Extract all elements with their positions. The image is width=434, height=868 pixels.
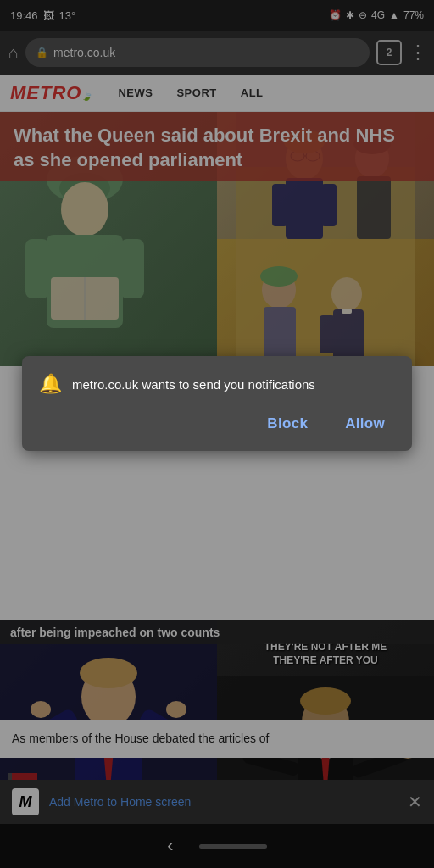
allow-button[interactable]: Allow xyxy=(335,410,395,437)
dialog-header: 🔔 metro.co.uk wants to send you notifica… xyxy=(39,373,395,395)
block-button[interactable]: Block xyxy=(257,410,318,437)
dialog-buttons: Block Allow xyxy=(39,410,395,437)
notification-dialog-overlay: 🔔 metro.co.uk wants to send you notifica… xyxy=(0,0,434,868)
dialog-message-text: metro.co.uk wants to send you notificati… xyxy=(72,377,395,392)
notification-dialog: 🔔 metro.co.uk wants to send you notifica… xyxy=(22,356,412,451)
bell-icon: 🔔 xyxy=(39,373,62,395)
